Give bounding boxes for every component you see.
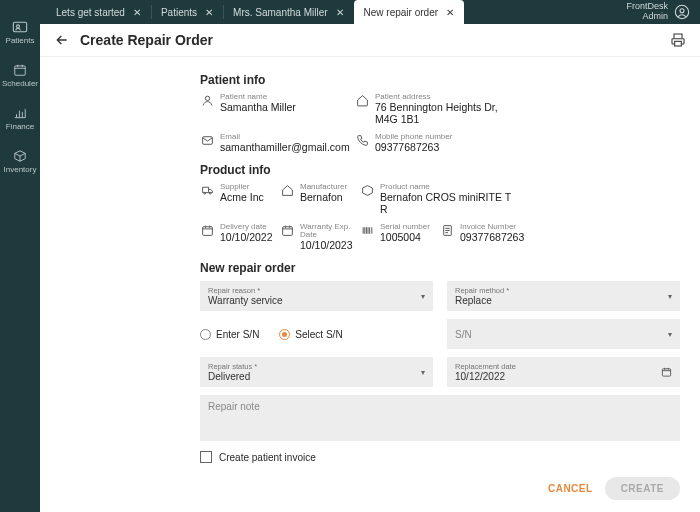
svg-rect-10 <box>202 226 212 235</box>
sn-select[interactable]: S/N ▾ <box>447 319 680 349</box>
box-icon <box>12 149 28 163</box>
chart-icon <box>12 106 28 120</box>
user-box[interactable]: FrontDeskAdmin <box>616 0 700 24</box>
print-icon <box>670 32 686 48</box>
repair-reason-select[interactable]: Repair reason * Warranty service ▾ <box>200 281 433 311</box>
tab-patients[interactable]: Patients✕ <box>151 0 223 24</box>
patient-phone: Mobile phone number09377687263 <box>355 133 520 153</box>
replacement-date-input[interactable]: Replacement date 10/12/2022 <box>447 357 680 387</box>
sidebar-item-label: Patients <box>6 36 35 45</box>
close-icon[interactable]: ✕ <box>336 7 344 18</box>
svg-point-4 <box>680 9 684 13</box>
create-invoice-label: Create patient invoice <box>219 452 316 463</box>
user-circle-icon <box>674 4 690 20</box>
svg-rect-13 <box>662 369 670 376</box>
truck-icon <box>201 184 214 197</box>
tab-patient-detail[interactable]: Mrs. Samantha Miller✕ <box>223 0 353 24</box>
warranty-exp: Warranty Exp. Date10/10/2023 <box>280 223 360 251</box>
factory-icon <box>281 184 294 197</box>
svg-point-9 <box>209 192 211 194</box>
manufacturer: ManufacturerBernafon <box>280 183 360 215</box>
chevron-down-icon: ▾ <box>421 368 425 377</box>
patient-info-title: Patient info <box>200 73 680 87</box>
radio-select-sn[interactable]: Select S/N <box>279 329 342 340</box>
sidebar-item-label: Scheduler <box>2 79 38 88</box>
repair-note-input[interactable]: Repair note <box>200 395 680 441</box>
radio-enter-sn[interactable]: Enter S/N <box>200 329 259 340</box>
calendar-check-icon <box>201 224 214 237</box>
phone-icon <box>356 134 369 147</box>
create-invoice-checkbox[interactable] <box>200 451 212 463</box>
supplier: SupplierAcme Inc <box>200 183 280 215</box>
barcode-icon <box>361 224 374 237</box>
serial-number: Serial number1005004 <box>360 223 440 251</box>
close-icon[interactable]: ✕ <box>133 7 141 18</box>
chevron-down-icon: ▾ <box>668 330 672 339</box>
back-arrow-icon[interactable] <box>54 32 70 48</box>
patient-name: Patient nameSamantha Miller <box>200 93 355 125</box>
id-card-icon <box>12 20 28 34</box>
patient-email: Emailsamanthamiller@gmail.com <box>200 133 355 153</box>
repair-method-select[interactable]: Repair method * Replace ▾ <box>447 281 680 311</box>
tab-new-repair-order[interactable]: New repair order✕ <box>354 0 464 24</box>
close-icon[interactable]: ✕ <box>446 7 454 18</box>
sidebar-item-inventory[interactable]: Inventory <box>4 149 37 174</box>
tab-bar: Lets get started✕ Patients✕ Mrs. Samanth… <box>40 0 700 24</box>
calendar-icon <box>281 224 294 237</box>
page-title: Create Repair Order <box>80 32 213 48</box>
tab-lets-get-started[interactable]: Lets get started✕ <box>46 0 151 24</box>
sidebar-item-label: Inventory <box>4 165 37 174</box>
receipt-icon <box>441 224 454 237</box>
svg-point-6 <box>205 96 209 100</box>
repair-status-select[interactable]: Repair status * Delivered ▾ <box>200 357 433 387</box>
product-name: Product nameBernafon CROS miniRITE T R <box>360 183 520 215</box>
home-icon <box>356 94 369 107</box>
invoice-number: Invoice Number09377687263 <box>440 223 530 251</box>
svg-rect-2 <box>15 66 26 75</box>
print-button[interactable] <box>670 32 686 48</box>
new-repair-order-title: New repair order <box>200 261 680 275</box>
svg-point-1 <box>17 25 20 28</box>
close-icon[interactable]: ✕ <box>205 7 213 18</box>
calendar-icon <box>12 63 28 77</box>
calendar-icon <box>661 367 672 378</box>
left-sidebar: Patients Scheduler Finance Inventory <box>0 0 40 512</box>
chevron-down-icon: ▾ <box>421 292 425 301</box>
svg-rect-5 <box>675 41 682 46</box>
person-icon <box>201 94 214 107</box>
chevron-down-icon: ▾ <box>668 292 672 301</box>
svg-rect-11 <box>282 226 292 235</box>
sidebar-item-finance[interactable]: Finance <box>6 106 34 131</box>
svg-point-3 <box>675 5 688 18</box>
cancel-button[interactable]: CANCEL <box>548 483 593 494</box>
create-button[interactable]: CREATE <box>605 477 680 500</box>
product-info-title: Product info <box>200 163 680 177</box>
tag-icon <box>361 184 374 197</box>
svg-point-8 <box>203 192 205 194</box>
sidebar-item-scheduler[interactable]: Scheduler <box>2 63 38 88</box>
mail-icon <box>201 134 214 147</box>
sidebar-item-patients[interactable]: Patients <box>6 20 35 45</box>
delivery-date: Delivery date10/10/2022 <box>200 223 280 251</box>
sidebar-item-label: Finance <box>6 122 34 131</box>
patient-address: Patient address76 Bennington Heights Dr,… <box>355 93 520 125</box>
